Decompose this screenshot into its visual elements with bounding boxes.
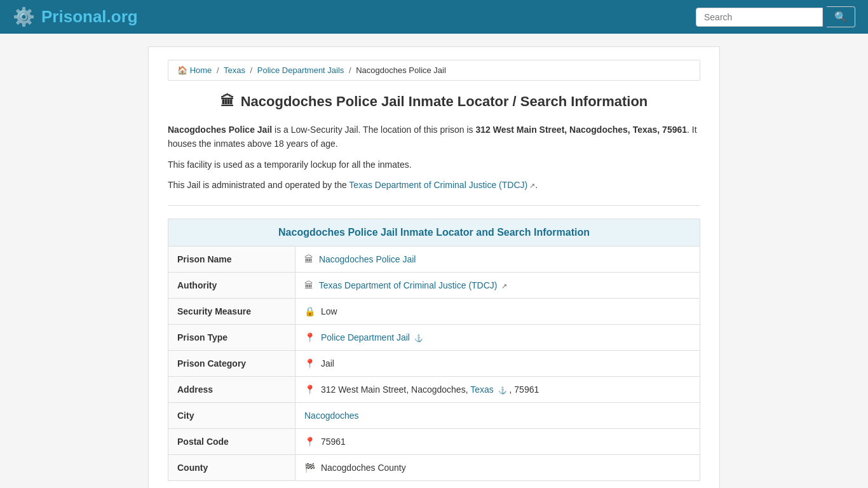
- description: Nacogdoches Police Jail is a Low-Securit…: [168, 123, 700, 193]
- ext-icon-desc: ↗: [529, 182, 535, 189]
- label-address: Address: [168, 376, 295, 402]
- value-authority: 🏛 Texas Department of Criminal Justice (…: [295, 272, 700, 298]
- table-title: Nacogdoches Police Jail Inmate Locator a…: [168, 219, 700, 247]
- address-ext-icon: ⚓: [498, 386, 507, 394]
- desc-para-3: This Jail is administrated and operated …: [168, 178, 700, 192]
- home-icon: 🏠: [177, 65, 187, 75]
- security-icon: 🔒: [304, 306, 315, 316]
- breadcrumb-sep1: /: [217, 65, 219, 75]
- page-title: 🏛 Nacogdoches Police Jail Inmate Locator…: [168, 93, 700, 110]
- breadcrumb-sep3: /: [349, 65, 351, 75]
- prison-name-bold: Nacogdoches Police Jail: [168, 125, 272, 135]
- prison-type-link[interactable]: Police Department Jail: [321, 332, 410, 342]
- logo-suffix: .org: [107, 7, 138, 26]
- logo-prefix: Prisonal: [41, 7, 107, 26]
- breadcrumb-current: Nacogdoches Police Jail: [356, 65, 446, 75]
- label-city: City: [168, 402, 295, 428]
- table-row: Security Measure 🔒 Low: [168, 298, 700, 324]
- value-city: Nacogdoches: [295, 402, 700, 428]
- postal-code-value: 75961: [321, 437, 346, 447]
- county-value: Nacogdoches County: [321, 463, 406, 473]
- table-row: Prison Name 🏛 Nacogdoches Police Jail: [168, 247, 700, 273]
- prison-cat-icon: 📍: [304, 358, 315, 369]
- search-input[interactable]: [696, 8, 823, 27]
- address-zip: , 75961: [510, 384, 539, 395]
- label-county: County: [168, 454, 295, 480]
- table-row: City Nacogdoches: [168, 402, 700, 428]
- prison-category-value: Jail: [321, 358, 334, 369]
- title-icon: 🏛: [220, 93, 234, 110]
- city-link[interactable]: Nacogdoches: [304, 410, 359, 421]
- desc-line1-after: is a Low-Security Jail. The location of …: [272, 125, 475, 135]
- desc-line3-before: This Jail is administrated and operated …: [168, 180, 349, 190]
- page-title-text: Nacogdoches Police Jail Inmate Locator /…: [241, 93, 648, 110]
- address-state-link[interactable]: Texas: [470, 384, 494, 395]
- table-row: Address 📍 312 West Main Street, Nacogdoc…: [168, 376, 700, 402]
- search-button[interactable]: 🔍: [827, 6, 855, 27]
- breadcrumb: 🏠 Home / Texas / Police Department Jails…: [168, 60, 700, 81]
- label-postal-code: Postal Code: [168, 428, 295, 454]
- table-section: Nacogdoches Police Jail Inmate Locator a…: [168, 219, 700, 481]
- table-row: County 🏁 Nacogdoches County: [168, 454, 700, 480]
- breadcrumb-home[interactable]: Home: [190, 65, 212, 75]
- authority-link[interactable]: Texas Department of Criminal Justice (TD…: [319, 280, 498, 290]
- address-icon: 📍: [304, 384, 315, 395]
- address-street: 312 West Main Street, Nacogdoches,: [321, 384, 470, 395]
- search-area: 🔍: [696, 6, 855, 27]
- value-postal-code: 📍 75961: [295, 428, 700, 454]
- prison-name-icon: 🏛: [304, 254, 313, 264]
- tdcj-link[interactable]: Texas Department of Criminal Justice (TD…: [349, 180, 527, 190]
- breadcrumb-police-dept-jails[interactable]: Police Department Jails: [257, 65, 344, 75]
- site-header: ⚙️ Prisonal.org 🔍: [0, 0, 868, 34]
- label-prison-name: Prison Name: [168, 247, 295, 273]
- divider: [168, 205, 700, 206]
- value-security: 🔒 Low: [295, 298, 700, 324]
- county-icon: 🏁: [304, 463, 315, 473]
- postal-icon: 📍: [304, 437, 315, 447]
- value-county: 🏁 Nacogdoches County: [295, 454, 700, 480]
- value-address: 📍 312 West Main Street, Nacogdoches, Tex…: [295, 376, 700, 402]
- prison-type-icon: 📍: [304, 332, 315, 342]
- desc-line3-after: .: [535, 180, 538, 190]
- logo-icon: ⚙️: [13, 6, 35, 27]
- table-row: Postal Code 📍 75961: [168, 428, 700, 454]
- desc-para-2: This facility is used as a temporarily l…: [168, 158, 700, 172]
- logo-area: ⚙️ Prisonal.org: [13, 6, 138, 27]
- breadcrumb-texas[interactable]: Texas: [224, 65, 245, 75]
- authority-icon: 🏛: [304, 280, 313, 290]
- breadcrumb-sep2: /: [250, 65, 253, 75]
- value-prison-name: 🏛 Nacogdoches Police Jail: [295, 247, 700, 273]
- value-prison-category: 📍 Jail: [295, 350, 700, 376]
- table-row: Prison Type 📍 Police Department Jail ⚓: [168, 324, 700, 350]
- table-row: Prison Category 📍 Jail: [168, 350, 700, 376]
- prison-type-ext-icon: ⚓: [414, 334, 423, 342]
- label-prison-category: Prison Category: [168, 350, 295, 376]
- value-prison-type: 📍 Police Department Jail ⚓: [295, 324, 700, 350]
- main-content: 🏠 Home / Texas / Police Department Jails…: [148, 46, 720, 488]
- address-bold: 312 West Main Street, Nacogdoches, Texas…: [476, 125, 688, 135]
- info-table: Prison Name 🏛 Nacogdoches Police Jail Au…: [168, 247, 700, 481]
- prison-name-link[interactable]: Nacogdoches Police Jail: [319, 254, 416, 264]
- desc-para-1: Nacogdoches Police Jail is a Low-Securit…: [168, 123, 700, 151]
- label-authority: Authority: [168, 272, 295, 298]
- table-row: Authority 🏛 Texas Department of Criminal…: [168, 272, 700, 298]
- label-security: Security Measure: [168, 298, 295, 324]
- logo-text: Prisonal.org: [41, 7, 138, 27]
- label-prison-type: Prison Type: [168, 324, 295, 350]
- authority-ext-icon: ↗: [501, 282, 507, 290]
- security-value: Low: [321, 306, 337, 316]
